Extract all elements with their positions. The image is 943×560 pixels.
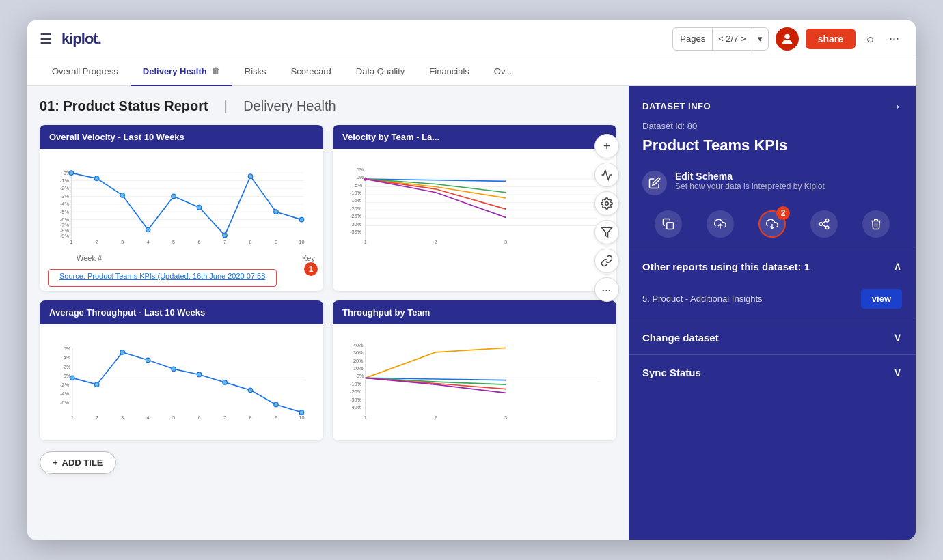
tab-overall-progress[interactable]: Overall Progress: [40, 57, 131, 86]
chart-toolbar-btn[interactable]: [594, 163, 619, 187]
action-download-btn[interactable]: 2: [758, 210, 786, 238]
svg-text:6: 6: [198, 415, 201, 421]
throughput-chart-header: Average Throughput - Last 10 Weeks: [40, 300, 323, 324]
hamburger-icon[interactable]: ☰: [40, 31, 52, 47]
svg-text:-40%: -40%: [350, 404, 362, 410]
tab-financials[interactable]: Financials: [417, 57, 482, 86]
velocity-by-team-chart-card: Velocity by Team - La... 5% 0% -5% -10% …: [333, 125, 616, 291]
svg-text:1: 1: [71, 415, 74, 421]
svg-text:-6%: -6%: [60, 400, 70, 406]
download-badge: 2: [776, 206, 790, 220]
add-tile-icon: +: [53, 458, 58, 468]
settings-toolbar-btn[interactable]: [594, 191, 619, 216]
page-title-sub: Delivery Health: [243, 98, 336, 114]
add-tile-button[interactable]: + ADD TILE: [40, 451, 116, 474]
pages-label: Pages: [673, 28, 713, 50]
tab-data-quality[interactable]: Data Quality: [344, 57, 418, 86]
action-share-btn[interactable]: [810, 210, 838, 238]
svg-text:8: 8: [249, 415, 251, 421]
edit-schema-icon[interactable]: [642, 171, 667, 195]
panel-edit-schema: Edit Schema Set how your data is interpr…: [629, 164, 916, 205]
chart-source-text: Source: Product Teams KPIs (Updated: 16t…: [51, 270, 273, 285]
svg-text:1: 1: [364, 415, 367, 421]
svg-text:2: 2: [96, 415, 98, 421]
action-upload-btn[interactable]: [707, 210, 734, 238]
svg-point-84: [197, 372, 202, 377]
svg-text:3: 3: [121, 239, 124, 245]
svg-text:-4%: -4%: [60, 391, 70, 397]
throughput-by-team-chart-card: Throughput by Team 40% 30% 20% 10% 0% -1…: [333, 300, 616, 440]
share-button[interactable]: share: [806, 29, 856, 49]
svg-text:20%: 20%: [353, 358, 364, 364]
svg-text:2%: 2%: [64, 364, 71, 370]
svg-point-23: [69, 171, 74, 176]
svg-point-28: [197, 205, 202, 210]
svg-text:10%: 10%: [353, 365, 364, 372]
svg-point-25: [120, 193, 125, 198]
action-copy-btn[interactable]: [655, 210, 682, 238]
panel-header: DATASET INFO →: [629, 86, 916, 121]
svg-point-31: [274, 210, 279, 214]
view-report-button[interactable]: view: [861, 289, 902, 309]
panel-product-title: Product Teams KPIs: [629, 134, 916, 164]
svg-text:1: 1: [364, 239, 367, 245]
svg-point-117: [825, 219, 829, 223]
svg-point-0: [784, 33, 789, 38]
panel-other-reports-header[interactable]: Other reports using this dataset: 1 ∧: [629, 249, 916, 283]
svg-text:-2%: -2%: [60, 185, 70, 191]
svg-text:7: 7: [223, 415, 226, 421]
source-box[interactable]: Source: Product Teams KPIs (Updated: 16t…: [48, 269, 277, 287]
svg-point-26: [146, 227, 150, 232]
svg-text:-1%: -1%: [60, 178, 70, 184]
pages-nav[interactable]: < 2/7 >: [713, 28, 752, 50]
panel-report-row: 5. Product - Additional Insights view: [629, 283, 916, 320]
pages-dropdown-icon[interactable]: ▾: [752, 28, 768, 50]
panel-sync-status-section: Sync Status ∨: [629, 354, 916, 389]
svg-text:1: 1: [70, 239, 72, 245]
panel-change-dataset-title: Change dataset: [642, 332, 719, 344]
svg-point-27: [172, 194, 176, 199]
svg-point-80: [94, 382, 99, 387]
velocity-chart-svg: 0% -1% -2% -3% -4% -5% -6% -7% -8% -9% V…: [48, 156, 315, 251]
week-label: Week #: [77, 254, 102, 262]
filter-toolbar-btn[interactable]: [594, 220, 619, 244]
tab-risks[interactable]: Risks: [232, 57, 279, 86]
svg-text:4: 4: [147, 239, 150, 245]
main-area: 01: Product Status Report | Delivery Hea…: [27, 86, 916, 540]
svg-text:-30%: -30%: [350, 397, 362, 403]
svg-text:-3%: -3%: [60, 193, 70, 199]
svg-point-118: [819, 223, 823, 226]
link-toolbar-btn[interactable]: [594, 249, 619, 273]
svg-point-87: [274, 402, 279, 407]
panel-close-arrow[interactable]: →: [888, 98, 902, 114]
svg-point-79: [70, 376, 75, 380]
svg-text:0%: 0%: [357, 373, 364, 379]
page-title-sep: |: [217, 98, 235, 114]
svg-text:3: 3: [504, 415, 507, 421]
svg-text:-2%: -2%: [60, 382, 70, 388]
page-title: 01: Product Status Report | Delivery Hea…: [40, 98, 616, 114]
panel-sync-status-title: Sync Status: [642, 367, 701, 378]
more-toolbar-btn[interactable]: ···: [594, 277, 619, 302]
svg-text:9: 9: [275, 239, 277, 245]
panel-dataset-id: Dataset id: 80: [629, 121, 916, 134]
pages-button[interactable]: Pages < 2/7 > ▾: [672, 27, 768, 51]
search-icon[interactable]: ⌕: [862, 31, 878, 46]
key-label: Key: [302, 254, 315, 262]
charts-grid: Overall Velocity - Last 10 Weeks 0% -1% …: [40, 125, 616, 440]
tab-delete-icon[interactable]: 🗑: [212, 66, 220, 76]
velocity-chart-body: 0% -1% -2% -3% -4% -5% -6% -7% -8% -9% V…: [40, 149, 323, 269]
svg-text:8: 8: [249, 239, 251, 245]
tab-ov[interactable]: Ov...: [482, 57, 524, 86]
action-delete-btn[interactable]: [862, 210, 890, 238]
add-toolbar-btn[interactable]: +: [594, 134, 619, 158]
svg-text:2: 2: [434, 415, 437, 421]
avatar[interactable]: [776, 27, 799, 51]
panel-change-dataset-header[interactable]: Change dataset ∨: [629, 320, 916, 354]
panel-sync-status-header[interactable]: Sync Status ∨: [629, 355, 916, 389]
tab-scorecard[interactable]: Scorecard: [279, 57, 344, 86]
tab-delivery-health[interactable]: Delivery Health 🗑: [131, 57, 232, 86]
panel-actions: 2: [629, 205, 916, 249]
more-icon[interactable]: ···: [885, 31, 903, 46]
svg-text:-35%: -35%: [350, 229, 362, 235]
